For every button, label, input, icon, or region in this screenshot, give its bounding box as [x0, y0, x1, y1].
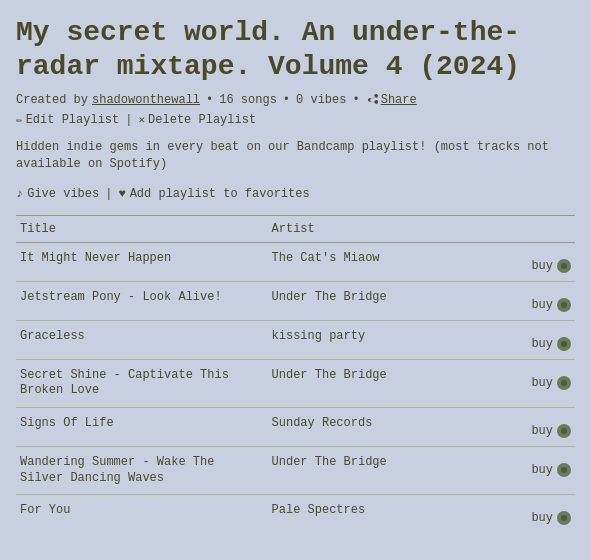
tracks-table: Title Artist It Might Never HappenThe Ca…: [16, 215, 575, 533]
vibes-separator: |: [105, 187, 112, 201]
col-artist-header: Artist: [268, 215, 492, 242]
vibes-count: 0 vibes: [296, 93, 346, 107]
vibes-line: Give vibes | Add playlist to favorites: [16, 187, 575, 201]
buy-label[interactable]: buy: [531, 298, 553, 312]
table-row: Signs Of LifeSunday Recordsbuy: [16, 407, 575, 446]
dot3: •: [352, 93, 359, 107]
playlist-description: Hidden indie gems in every beat on our B…: [16, 139, 575, 173]
buy-circle-icon: [557, 337, 571, 351]
give-vibes-label: Give vibes: [27, 187, 99, 201]
table-row: Jetstream Pony - Look Alive!Under The Br…: [16, 281, 575, 320]
buy-label[interactable]: buy: [531, 337, 553, 351]
track-artist: Pale Spectres: [268, 495, 492, 534]
track-title: It Might Never Happen: [16, 242, 268, 281]
track-buy-cell: buy: [491, 320, 575, 359]
action-line: Edit Playlist | Delete Playlist: [16, 113, 575, 127]
delete-playlist-link[interactable]: Delete Playlist: [138, 113, 256, 127]
track-buy-cell: buy: [491, 407, 575, 446]
give-vibes-link[interactable]: Give vibes: [16, 187, 99, 201]
song-count: 16 songs: [219, 93, 277, 107]
creator-link[interactable]: shadowonthewall: [92, 93, 200, 107]
col-buy-header: [491, 215, 575, 242]
track-artist: Under The Bridge: [268, 446, 492, 494]
dot1: •: [206, 93, 213, 107]
buy-circle-icon: [557, 298, 571, 312]
buy-circle-icon: [557, 511, 571, 525]
table-row: Gracelesskissing partybuy: [16, 320, 575, 359]
x-icon: [138, 113, 145, 127]
track-buy-cell: buy: [491, 281, 575, 320]
add-favorites-link[interactable]: Add playlist to favorites: [118, 187, 309, 201]
table-row: Wandering Summer - Wake The Silver Danci…: [16, 446, 575, 494]
meta-line: Created by shadowonthewall • 16 songs • …: [16, 93, 575, 107]
buy-circle-icon: [557, 259, 571, 273]
buy-label[interactable]: buy: [531, 259, 553, 273]
buy-circle-icon: [557, 424, 571, 438]
buy-label[interactable]: buy: [531, 424, 553, 438]
share-link[interactable]: Share: [366, 93, 417, 107]
note-icon: [16, 187, 23, 201]
track-buy-cell: buy: [491, 242, 575, 281]
buy-label[interactable]: buy: [531, 376, 553, 390]
track-title: Jetstream Pony - Look Alive!: [16, 281, 268, 320]
track-buy-cell: buy: [491, 446, 575, 494]
add-favorites-label: Add playlist to favorites: [130, 187, 310, 201]
track-artist: kissing party: [268, 320, 492, 359]
track-buy-cell: buy: [491, 495, 575, 534]
track-buy-cell: buy: [491, 359, 575, 407]
table-row: For YouPale Spectresbuy: [16, 495, 575, 534]
track-artist: Under The Bridge: [268, 359, 492, 407]
share-label: Share: [381, 93, 417, 107]
track-artist: Sunday Records: [268, 407, 492, 446]
share-icon: [366, 94, 378, 106]
table-row: Secret Shine - Captivate This Broken Lov…: [16, 359, 575, 407]
track-title: For You: [16, 495, 268, 534]
table-row: It Might Never HappenThe Cat's Miaowbuy: [16, 242, 575, 281]
buy-circle-icon: [557, 376, 571, 390]
dot2: •: [283, 93, 290, 107]
track-title: Wandering Summer - Wake The Silver Danci…: [16, 446, 268, 494]
track-artist: Under The Bridge: [268, 281, 492, 320]
separator: |: [125, 113, 132, 127]
table-header-row: Title Artist: [16, 215, 575, 242]
edit-label: Edit Playlist: [26, 113, 120, 127]
heart-icon: [118, 187, 125, 201]
playlist-title: My secret world. An under-the-radar mixt…: [16, 16, 575, 83]
track-title: Graceless: [16, 320, 268, 359]
buy-label[interactable]: buy: [531, 463, 553, 477]
track-title: Secret Shine - Captivate This Broken Lov…: [16, 359, 268, 407]
created-by-label: Created by: [16, 93, 88, 107]
track-artist: The Cat's Miaow: [268, 242, 492, 281]
pencil-icon: [16, 113, 23, 127]
buy-circle-icon: [557, 463, 571, 477]
edit-playlist-link[interactable]: Edit Playlist: [16, 113, 119, 127]
col-title-header: Title: [16, 215, 268, 242]
delete-label: Delete Playlist: [148, 113, 256, 127]
buy-label[interactable]: buy: [531, 511, 553, 525]
page-container: My secret world. An under-the-radar mixt…: [0, 0, 591, 549]
track-title: Signs Of Life: [16, 407, 268, 446]
